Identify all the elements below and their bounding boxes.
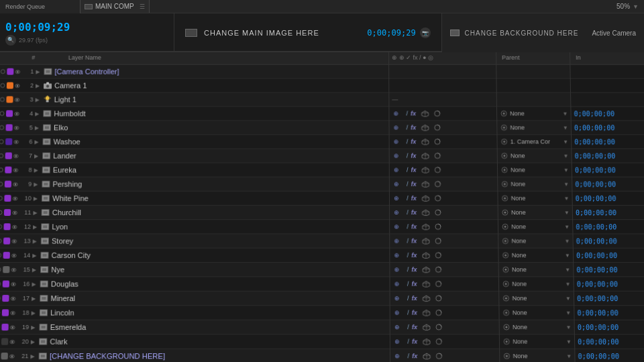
layer-row[interactable]: 19 ▶ Esmerelda [0, 320, 390, 335]
layer-solo-btn[interactable] [0, 310, 1, 315]
layer-row[interactable]: 4 ▶ Humboldt [0, 107, 388, 121]
parent-dropdown[interactable]: ▼ [564, 224, 570, 230]
expand-arrow[interactable]: ▶ [34, 139, 40, 145]
parent-dropdown[interactable]: ▼ [566, 295, 571, 301]
expand-arrow[interactable]: ▶ [30, 353, 36, 359]
parent-dropdown[interactable]: ▼ [563, 139, 568, 145]
layer-row[interactable]: 7 ▶ Lander [0, 149, 389, 163]
fx-label[interactable]: fx [412, 338, 417, 345]
layer-visibility-eye[interactable] [11, 238, 17, 243]
parent-dropdown[interactable]: ▼ [564, 195, 569, 201]
layer-visibility-eye[interactable] [12, 196, 17, 201]
layer-visibility-eye[interactable] [9, 353, 15, 359]
layer-row[interactable]: 1 ▶ [Camera Controller] [0, 65, 388, 79]
anchor-icon[interactable]: ⊕ [392, 251, 400, 259]
layer-visibility-eye[interactable] [15, 83, 20, 88]
layer-solo-btn[interactable] [0, 281, 1, 286]
anchor-icon[interactable]: ⊕ [392, 265, 400, 274]
fx-label[interactable]: fx [411, 110, 416, 117]
parent-dropdown[interactable]: ▼ [566, 310, 571, 316]
search-icon[interactable]: 🔍 [5, 35, 16, 46]
anchor-icon[interactable]: ⊕ [393, 352, 401, 360]
anchor-icon[interactable]: ⊕ [392, 109, 400, 117]
layer-row[interactable]: 17 ▶ Mineral [0, 292, 390, 306]
anchor-icon[interactable]: ⊕ [392, 166, 400, 174]
parent-dropdown[interactable]: ▼ [563, 153, 568, 159]
layer-row[interactable]: 6 ▶ Washoe [0, 135, 389, 149]
anchor-icon[interactable]: ⊕ [393, 323, 401, 331]
render-queue-tab[interactable]: Render Queue [0, 0, 80, 13]
layer-row[interactable]: 21 ▶ [CHANGE BACKGROUND HERE] [0, 349, 390, 362]
layer-visibility-eye[interactable] [15, 69, 20, 74]
layer-visibility-eye[interactable] [11, 267, 16, 272]
layer-solo-btn[interactable] [0, 167, 3, 172]
expand-arrow[interactable]: ▶ [31, 339, 36, 345]
expand-arrow[interactable]: ▶ [35, 125, 40, 131]
layer-visibility-eye[interactable] [13, 139, 19, 144]
layer-row[interactable]: 12 ▶ Lyon [0, 220, 389, 234]
layer-solo-btn[interactable] [0, 267, 1, 272]
layer-visibility-eye[interactable] [13, 153, 19, 158]
fx-label[interactable]: fx [411, 237, 417, 244]
parent-dropdown[interactable]: ▼ [565, 267, 570, 273]
layer-visibility-eye[interactable] [9, 339, 15, 344]
layer-visibility-eye[interactable] [12, 224, 17, 229]
fx-label[interactable]: fx [411, 152, 416, 159]
expand-arrow[interactable]: ▶ [33, 224, 38, 230]
layer-row[interactable]: 10 ▶ White Pine [0, 192, 389, 206]
parent-dropdown[interactable]: ▼ [563, 125, 568, 131]
expand-arrow[interactable]: ▶ [34, 181, 39, 187]
fx-label[interactable]: fx [411, 181, 417, 188]
expand-arrow[interactable]: ▶ [32, 310, 37, 316]
layer-solo-btn[interactable] [0, 125, 5, 130]
fx-label[interactable]: fx [412, 280, 417, 287]
parent-dropdown[interactable]: ▼ [565, 252, 570, 258]
layer-visibility-eye[interactable] [14, 111, 19, 116]
layer-solo-btn[interactable] [0, 83, 5, 88]
expand-arrow[interactable]: ▶ [31, 324, 36, 330]
layer-row[interactable]: 2 ▶ Camera 1 [0, 79, 388, 93]
anchor-icon[interactable]: ⊕ [393, 308, 401, 316]
anchor-icon[interactable]: ⊕ [392, 123, 400, 131]
layer-solo-btn[interactable] [0, 153, 4, 158]
layer-row[interactable]: 8 ▶ Eureka [0, 163, 389, 177]
expand-arrow[interactable]: ▶ [32, 295, 37, 301]
layer-visibility-eye[interactable] [10, 310, 15, 315]
layer-row[interactable]: 14 ▶ Carson City [0, 249, 389, 263]
layer-row[interactable]: 11 ▶ Churchill [0, 206, 389, 220]
expand-arrow[interactable]: ▶ [32, 267, 38, 273]
anchor-icon[interactable]: ⊕ [393, 294, 401, 302]
layer-solo-btn[interactable] [0, 238, 2, 243]
expand-arrow[interactable]: ▶ [32, 281, 37, 287]
layer-solo-btn[interactable] [0, 111, 5, 116]
layer-visibility-eye[interactable] [11, 253, 17, 258]
layer-solo-btn[interactable] [0, 324, 1, 330]
layer-visibility-eye[interactable] [12, 210, 17, 215]
expand-arrow[interactable]: ▶ [34, 195, 39, 201]
parent-dropdown[interactable]: ▼ [564, 209, 570, 215]
anchor-icon[interactable]: ⊕ [392, 223, 400, 231]
layer-row[interactable]: 15 ▶ Nye [0, 263, 389, 277]
layer-row[interactable]: 5 ▶ Elko [0, 121, 389, 135]
parent-dropdown[interactable]: ▼ [566, 324, 572, 330]
layer-row[interactable]: 13 ▶ Storey [0, 234, 389, 248]
expand-arrow[interactable]: ▶ [36, 97, 41, 103]
fx-label[interactable]: fx [411, 252, 417, 259]
anchor-icon[interactable]: ⊕ [392, 152, 400, 160]
layer-visibility-eye[interactable] [14, 97, 19, 102]
anchor-icon[interactable]: ⊕ [392, 180, 400, 188]
layer-row[interactable]: 9 ▶ Pershing [0, 178, 389, 192]
expand-arrow[interactable]: ▶ [34, 153, 40, 159]
layer-solo-btn[interactable] [0, 253, 2, 258]
fx-label[interactable]: fx [412, 309, 417, 316]
layer-solo-btn[interactable] [0, 210, 3, 215]
fx-label[interactable]: fx [411, 266, 417, 273]
layer-visibility-eye[interactable] [10, 296, 15, 301]
fx-label[interactable]: fx [411, 195, 417, 202]
snapshot-icon[interactable]: 📷 [420, 27, 431, 38]
expand-arrow[interactable]: ▶ [33, 238, 38, 244]
layer-solo-btn[interactable] [0, 196, 3, 201]
expand-arrow[interactable]: ▶ [36, 82, 41, 88]
fx-label[interactable]: fx [411, 124, 416, 131]
layer-visibility-eye[interactable] [11, 281, 16, 286]
